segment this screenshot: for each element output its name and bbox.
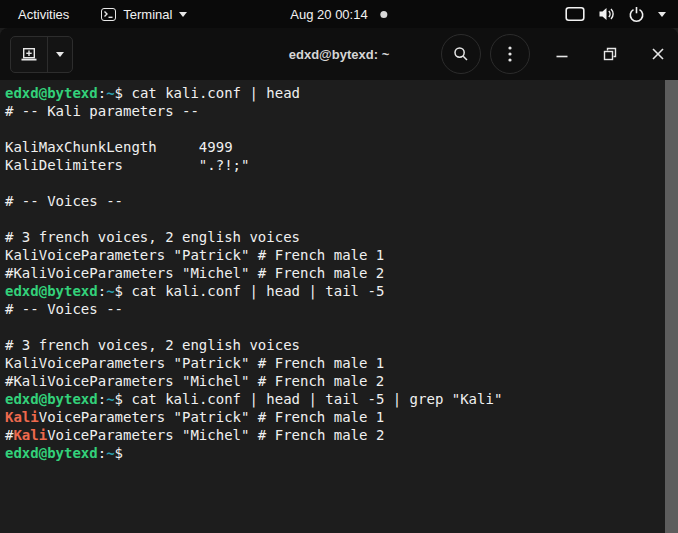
terminal-line — [5, 210, 660, 228]
terminal-text-segment: ~ — [106, 283, 114, 299]
terminal-text-segment: cat kali.conf | head — [131, 85, 300, 101]
terminal-text-segment: # -- Voices -- — [5, 193, 123, 209]
terminal-scrollbar[interactable] — [665, 80, 678, 533]
chevron-down-icon — [658, 12, 666, 17]
terminal-text-segment: ~ — [106, 445, 114, 461]
terminal-text-segment: edxd@bytexd — [5, 445, 98, 461]
terminal-text-segment: edxd@bytexd — [5, 283, 98, 299]
terminal-line: #KaliVoiceParameters "Michel" # French m… — [5, 426, 660, 444]
terminal-text-segment: edxd@bytexd — [5, 391, 98, 407]
terminal-text-segment: ~ — [106, 85, 114, 101]
terminal-text-segment: KaliDelimiters ".?!;" — [5, 157, 249, 173]
terminal-text-segment: KaliVoiceParameters "Patrick" # French m… — [5, 355, 384, 371]
terminal-line — [5, 120, 660, 138]
terminal-text-segment: # -- Voices -- — [5, 301, 123, 317]
terminal-text-segment: ~ — [106, 391, 114, 407]
restore-button[interactable] — [602, 46, 618, 62]
terminal-line: KaliMaxChunkLength 4999 — [5, 138, 660, 156]
window-title: edxd@bytexd: ~ — [289, 47, 389, 62]
terminal-text-segment: edxd@bytexd — [5, 85, 98, 101]
terminal-line: edxd@bytexd:~$ cat kali.conf | head — [5, 84, 660, 102]
power-icon — [628, 6, 645, 23]
terminal-text-segment: # 3 french voices, 2 english voices — [5, 337, 300, 353]
clock-label: Aug 20 00:14 — [290, 7, 367, 22]
terminal-text-segment: : — [98, 283, 106, 299]
terminal-text-segment: cat kali.conf | head | tail -5 | grep "K… — [131, 391, 502, 407]
tab-chooser-button[interactable] — [48, 37, 72, 72]
terminal-line: # -- Kali parameters -- — [5, 102, 660, 120]
terminal-line: # -- Voices -- — [5, 192, 660, 210]
close-icon — [651, 47, 665, 61]
terminal-text-segment: #KaliVoiceParameters "Michel" # French m… — [5, 265, 384, 281]
minimize-button[interactable] — [554, 46, 570, 62]
terminal-text-segment: $ — [115, 391, 132, 407]
terminal-text-segment: VoiceParameters "Patrick" # French male … — [39, 409, 385, 425]
terminal-line: #KaliVoiceParameters "Michel" # French m… — [5, 264, 660, 282]
kebab-menu-icon — [508, 46, 512, 62]
search-button[interactable] — [441, 34, 481, 74]
terminal-line: #KaliVoiceParameters "Michel" # French m… — [5, 372, 660, 390]
clock-area[interactable]: Aug 20 00:14 — [290, 7, 387, 22]
chevron-down-icon — [56, 52, 64, 57]
terminal-line: # -- Voices -- — [5, 300, 660, 318]
new-tab-button[interactable] — [11, 37, 48, 72]
app-menu-label: Terminal — [123, 7, 172, 22]
terminal-text-segment: VoiceParameters "Michel" # French male 2 — [47, 427, 384, 443]
terminal-text-segment: # -- Kali parameters -- — [5, 103, 199, 119]
terminal-text-segment: # 3 french voices, 2 english voices — [5, 229, 300, 245]
activities-button[interactable]: Activities — [12, 5, 75, 24]
close-button[interactable] — [650, 46, 666, 62]
terminal-header-bar: edxd@bytexd: ~ — [0, 28, 678, 80]
system-tray[interactable] — [565, 6, 666, 23]
volume-icon — [598, 6, 615, 22]
restore-icon — [603, 47, 617, 61]
media-indicator-dot — [381, 11, 388, 18]
search-icon — [453, 46, 469, 62]
display-icon — [565, 6, 585, 22]
terminal-text-segment: Kali — [5, 409, 39, 425]
terminal-text-segment: Kali — [13, 427, 47, 443]
terminal-line: KaliVoiceParameters "Patrick" # French m… — [5, 354, 660, 372]
new-tab-button-group — [10, 36, 73, 73]
terminal-line: # 3 french voices, 2 english voices — [5, 228, 660, 246]
terminal-app-icon — [101, 8, 116, 21]
terminal-line: edxd@bytexd:~$ cat kali.conf | head | ta… — [5, 390, 660, 408]
terminal-line — [5, 174, 660, 192]
chevron-down-icon — [179, 12, 187, 17]
terminal-text-segment: cat kali.conf | head | tail -5 — [131, 283, 384, 299]
terminal-text-segment: #KaliVoiceParameters "Michel" # French m… — [5, 373, 384, 389]
terminal-text-segment: KaliVoiceParameters "Patrick" # French m… — [5, 247, 384, 263]
terminal-text-segment: $ — [115, 85, 132, 101]
terminal-text-segment: KaliMaxChunkLength 4999 — [5, 139, 233, 155]
minimize-icon — [555, 47, 569, 61]
terminal-line: edxd@bytexd:~$ cat kali.conf | head | ta… — [5, 282, 660, 300]
terminal-text-segment: $ — [115, 445, 123, 461]
terminal-output[interactable]: edxd@bytexd:~$ cat kali.conf | head# -- … — [0, 80, 678, 533]
terminal-line: KaliVoiceParameters "Patrick" # French m… — [5, 408, 660, 426]
terminal-text-segment: $ — [115, 283, 132, 299]
terminal-text-segment: : — [98, 85, 106, 101]
gnome-top-bar: Activities Terminal Aug 20 00:14 — [0, 0, 678, 28]
terminal-line — [5, 318, 660, 336]
app-menu-terminal[interactable]: Terminal — [101, 7, 187, 22]
menu-button[interactable] — [490, 34, 530, 74]
terminal-text-segment: : — [98, 391, 106, 407]
terminal-text-segment: : — [98, 445, 106, 461]
terminal-line: KaliVoiceParameters "Patrick" # French m… — [5, 246, 660, 264]
new-tab-icon — [21, 47, 37, 61]
terminal-line: # 3 french voices, 2 english voices — [5, 336, 660, 354]
terminal-line: KaliDelimiters ".?!;" — [5, 156, 660, 174]
terminal-line: edxd@bytexd:~$ — [5, 444, 660, 462]
header-controls — [441, 34, 666, 74]
